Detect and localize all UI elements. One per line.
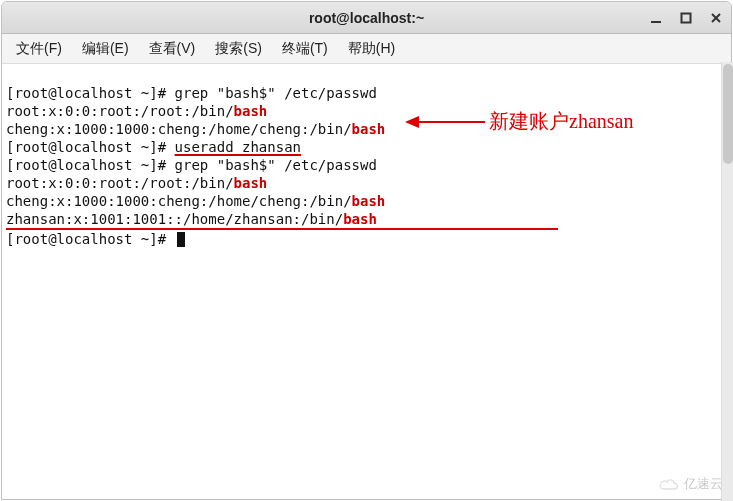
menubar: 文件(F) 编辑(E) 查看(V) 搜索(S) 终端(T) 帮助(H) xyxy=(2,34,731,64)
minimize-button[interactable] xyxy=(647,9,665,27)
scrollbar[interactable] xyxy=(721,62,733,501)
menu-file[interactable]: 文件(F) xyxy=(6,36,72,62)
prompt: [root@localhost ~]# xyxy=(6,85,175,101)
watermark-text: 亿速云 xyxy=(684,475,723,493)
output-zhansan: zhansan:x:1001:1001::/home/zhansan:/bin/ xyxy=(6,211,343,227)
match-bash: bash xyxy=(343,211,377,227)
close-button[interactable] xyxy=(707,9,725,27)
output-root: root:x:0:0:root:/root:/bin/ xyxy=(6,103,234,119)
command-useradd: useradd zhansan xyxy=(175,139,301,155)
menu-search[interactable]: 搜索(S) xyxy=(205,36,272,62)
command-grep: grep "bash$" /etc/passwd xyxy=(175,85,377,101)
menu-view[interactable]: 查看(V) xyxy=(139,36,206,62)
prompt: [root@localhost ~]# xyxy=(6,231,175,247)
match-bash: bash xyxy=(234,103,268,119)
output-root: root:x:0:0:root:/root:/bin/ xyxy=(6,175,234,191)
scrollbar-thumb[interactable] xyxy=(723,64,733,164)
match-bash: bash xyxy=(352,193,386,209)
terminal-window: root@localhost:~ 文件(F) 编辑(E) 查看(V) 搜索(S)… xyxy=(1,1,732,500)
prompt: [root@localhost ~]# xyxy=(6,157,175,173)
menu-terminal[interactable]: 终端(T) xyxy=(272,36,338,62)
output-cheng: cheng:x:1000:1000:cheng:/home/cheng:/bin… xyxy=(6,193,352,209)
terminal-area[interactable]: [root@localhost ~]# grep "bash$" /etc/pa… xyxy=(2,64,731,499)
match-bash: bash xyxy=(234,175,268,191)
window-title: root@localhost:~ xyxy=(309,10,424,26)
cloud-icon xyxy=(658,477,680,491)
window-controls xyxy=(647,2,725,34)
menu-edit[interactable]: 编辑(E) xyxy=(72,36,139,62)
output-cheng: cheng:x:1000:1000:cheng:/home/cheng:/bin… xyxy=(6,121,352,137)
terminal-cursor xyxy=(177,232,185,247)
svg-rect-1 xyxy=(682,14,691,23)
watermark: 亿速云 xyxy=(658,475,723,493)
maximize-button[interactable] xyxy=(677,9,695,27)
match-bash: bash xyxy=(352,121,386,137)
command-grep: grep "bash$" /etc/passwd xyxy=(175,157,377,173)
titlebar: root@localhost:~ xyxy=(2,2,731,34)
menu-help[interactable]: 帮助(H) xyxy=(338,36,405,62)
prompt: [root@localhost ~]# xyxy=(6,139,175,155)
